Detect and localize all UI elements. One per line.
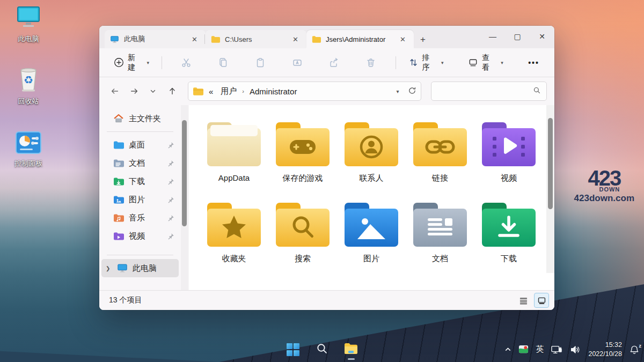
- svg-text:♻: ♻: [24, 74, 33, 86]
- taskbar-clock[interactable]: 15:32 2022/10/28: [588, 341, 622, 359]
- desktop-icon-this-pc[interactable]: 此电脑: [4, 4, 53, 44]
- address-bar[interactable]: « 用户 › Administrator ▾: [188, 82, 421, 101]
- file-item[interactable]: 图片: [339, 203, 404, 264]
- maximize-button[interactable]: ▢: [505, 26, 530, 47]
- new-button-label: 新建: [128, 53, 142, 72]
- back-icon[interactable]: [107, 83, 123, 99]
- file-item[interactable]: 联系人: [339, 122, 404, 183]
- search-box[interactable]: [431, 82, 547, 101]
- search-input[interactable]: [437, 87, 533, 95]
- tab-close-icon[interactable]: ✕: [397, 35, 408, 44]
- file-item[interactable]: 链接: [408, 122, 472, 183]
- close-button[interactable]: ✕: [530, 26, 554, 47]
- tab-1[interactable]: 此电脑 ✕: [105, 30, 206, 48]
- pin-icon: [167, 214, 175, 222]
- sort-button[interactable]: 排序 ▾: [404, 49, 449, 76]
- minimize-button[interactable]: —: [480, 26, 505, 47]
- navigation-bar: « 用户 › Administrator ▾: [99, 77, 554, 105]
- content-scrollbar[interactable]: [546, 105, 554, 273]
- sidebar-item[interactable]: 视频: [101, 227, 179, 245]
- taskbar-file-explorer-button[interactable]: [340, 339, 362, 360]
- start-button[interactable]: [282, 339, 304, 360]
- share-icon[interactable]: [328, 57, 339, 68]
- folder-icon: [113, 159, 124, 168]
- sidebar-item[interactable]: 音乐: [101, 209, 179, 227]
- clock-date: 2022/10/28: [588, 350, 622, 359]
- command-toolbar: 新建 ▾ 排序: [99, 48, 554, 77]
- sort-button-label: 排序: [422, 53, 436, 72]
- folder-icon: [113, 232, 124, 241]
- sidebar-item-label: 下载: [129, 176, 162, 187]
- sidebar-item[interactable]: 下载: [101, 172, 179, 190]
- more-options-button[interactable]: •••: [523, 58, 545, 67]
- forward-icon[interactable]: [126, 83, 142, 99]
- desktop-icon-list: 此电脑♻ 回收站 控制面板: [4, 4, 53, 168]
- desktop-icon-recycle-bin[interactable]: ♻ 回收站: [4, 67, 53, 106]
- desktop-icon-label: 控制面板: [14, 159, 42, 168]
- breadcrumb-users[interactable]: 用户: [218, 85, 239, 98]
- volume-icon[interactable]: [569, 344, 581, 355]
- sidebar-item[interactable]: 桌面: [101, 136, 179, 154]
- file-label: 保存的游戏: [283, 173, 323, 183]
- file-item[interactable]: 文档: [408, 203, 472, 264]
- tray-app-icon[interactable]: [518, 344, 529, 354]
- tab-close-icon[interactable]: ✕: [189, 35, 200, 44]
- file-item[interactable]: 搜索: [270, 203, 335, 264]
- hidden-icons-chevron[interactable]: [504, 346, 511, 353]
- tab-2[interactable]: C:\Users ✕: [206, 30, 306, 48]
- file-item[interactable]: AppData: [202, 122, 266, 183]
- sidebar-item[interactable]: 图片: [101, 190, 179, 209]
- address-dropdown-icon[interactable]: ▾: [397, 88, 399, 94]
- file-item[interactable]: 收藏夹: [202, 203, 266, 264]
- cut-icon[interactable]: [181, 57, 192, 68]
- sidebar-item-this-pc[interactable]: ❯ 此电脑: [101, 259, 179, 277]
- clock-time: 15:32: [588, 341, 622, 350]
- tab-3[interactable]: Jsers\Administrator ✕: [306, 30, 414, 48]
- pin-icon: [167, 196, 175, 204]
- breadcrumb-separator: ›: [242, 88, 244, 94]
- rename-icon[interactable]: [292, 57, 303, 68]
- sidebar-item[interactable]: 文档: [101, 154, 179, 172]
- chevron-down-icon: ▾: [147, 60, 149, 65]
- delete-icon[interactable]: [365, 57, 376, 68]
- content-scrollbar-thumb[interactable]: [548, 118, 553, 209]
- file-label: 下载: [501, 254, 517, 264]
- new-tab-button[interactable]: +: [414, 34, 432, 48]
- sidebar-scrollbar[interactable]: [181, 105, 188, 290]
- breadcrumb-prefix[interactable]: «: [207, 86, 215, 97]
- file-item[interactable]: 保存的游戏: [270, 122, 335, 183]
- expand-chevron-icon[interactable]: ❯: [106, 265, 112, 271]
- view-button[interactable]: 查看 ▾: [463, 49, 508, 76]
- watermark-site: 423down.com: [574, 194, 634, 203]
- file-label: 视频: [501, 173, 517, 183]
- view-button-label: 查看: [482, 53, 496, 72]
- desktop-icon-control-panel[interactable]: 控制面板: [4, 129, 53, 168]
- folder-icon: [113, 177, 124, 186]
- folder-icon: [113, 195, 124, 204]
- refresh-icon[interactable]: [408, 86, 416, 97]
- tab-close-icon[interactable]: ✕: [290, 35, 301, 44]
- recent-locations-icon[interactable]: [145, 83, 162, 99]
- new-button[interactable]: 新建 ▾: [109, 49, 154, 76]
- up-icon[interactable]: [164, 83, 180, 99]
- taskbar-search-button[interactable]: [311, 339, 333, 360]
- sidebar-scrollbar-thumb[interactable]: [182, 120, 187, 226]
- ime-indicator[interactable]: 英: [536, 344, 544, 354]
- copy-icon[interactable]: [218, 57, 229, 68]
- file-item[interactable]: 下载: [477, 203, 541, 264]
- file-label: AppData: [218, 173, 250, 182]
- breadcrumb-administrator[interactable]: Administrator: [247, 86, 299, 97]
- file-item[interactable]: 视频: [477, 122, 541, 183]
- folder-icon: [113, 141, 124, 150]
- file-label: 链接: [432, 173, 448, 183]
- notifications-bell-icon[interactable]: z: [629, 344, 640, 355]
- paste-icon[interactable]: [255, 57, 266, 68]
- details-view-button[interactable]: [516, 293, 531, 308]
- network-icon[interactable]: [551, 344, 562, 355]
- folder-icon: [312, 35, 321, 43]
- large-icons-view-button[interactable]: [534, 293, 549, 308]
- this-pc-icon: [14, 4, 42, 32]
- this-pc-icon: [117, 263, 128, 273]
- sidebar-item-home[interactable]: 主文件夹: [101, 109, 179, 128]
- pin-icon: [167, 159, 175, 167]
